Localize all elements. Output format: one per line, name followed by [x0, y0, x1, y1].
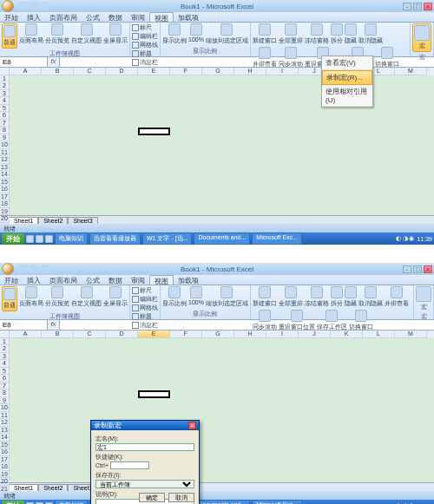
dropdown-item[interactable]: 查看宏(V): [322, 56, 372, 70]
row-header[interactable]: 4: [0, 97, 10, 105]
row-header[interactable]: 14: [0, 434, 10, 442]
column-header[interactable]: I: [266, 331, 299, 338]
qat-redo-icon[interactable]: [41, 265, 49, 273]
ribbon-checkbox[interactable]: 标尺: [132, 23, 158, 32]
row-header[interactable]: 13: [0, 427, 10, 435]
tab-5[interactable]: 审阅: [127, 12, 149, 22]
qat-undo-icon[interactable]: [30, 265, 38, 273]
tab-6[interactable]: 视图: [149, 275, 174, 285]
tab-4[interactable]: 数据: [104, 275, 127, 285]
taskbar-item[interactable]: 迅雷看看播放器: [89, 232, 141, 245]
ribbon-button[interactable]: 保存工作区: [317, 310, 347, 331]
row-header[interactable]: 20: [0, 478, 10, 486]
tray-icons[interactable]: ◐ ◑ ◉: [396, 235, 415, 242]
ribbon-button[interactable]: 取消隐藏: [358, 286, 383, 308]
qat-save-icon[interactable]: [18, 265, 27, 273]
tab-5[interactable]: 审阅: [127, 275, 149, 285]
qat-undo-icon[interactable]: [30, 2, 38, 10]
ribbon-button[interactable]: 缩放到选定区域: [206, 286, 248, 308]
row-header[interactable]: 9: [0, 134, 10, 142]
column-header[interactable]: B: [42, 68, 74, 75]
column-header[interactable]: A: [10, 331, 42, 338]
ribbon-checkbox[interactable]: 消息栏: [132, 58, 158, 67]
ribbon-button[interactable]: 全屏显示: [103, 286, 128, 308]
tab-7[interactable]: 加载项: [174, 12, 203, 22]
row-header[interactable]: 20: [0, 215, 10, 223]
ribbon-button[interactable]: 冻结窗格: [305, 286, 329, 308]
column-header[interactable]: E: [138, 331, 170, 338]
row-header[interactable]: 5: [0, 368, 10, 376]
ribbon-checkbox[interactable]: 网格线: [132, 304, 158, 312]
column-header[interactable]: F: [170, 68, 202, 75]
sheet-tab[interactable]: Sheet1: [9, 484, 38, 491]
taskbar-item[interactable]: Microsoft Exc...: [252, 232, 302, 245]
taskbar-item[interactable]: Documents and...: [194, 232, 250, 245]
column-header[interactable]: D: [106, 331, 138, 338]
ok-button[interactable]: 确定: [139, 493, 165, 502]
ribbon-button[interactable]: 新建窗口: [253, 286, 277, 308]
ribbon-button[interactable]: 全部重排: [279, 23, 303, 45]
row-header[interactable]: 17: [0, 193, 10, 201]
column-header[interactable]: D: [106, 68, 138, 75]
column-header[interactable]: A: [10, 68, 42, 75]
close-button[interactable]: ×: [424, 265, 432, 273]
tab-2[interactable]: 页面布局: [45, 12, 82, 22]
office-button[interactable]: [2, 263, 14, 275]
ribbon-button[interactable]: 切换窗口: [375, 47, 399, 69]
row-header[interactable]: 3: [0, 90, 10, 98]
office-button[interactable]: [2, 0, 14, 12]
ribbon-button[interactable]: 隐藏: [345, 23, 357, 45]
row-header[interactable]: 15: [0, 442, 10, 449]
row-header[interactable]: 3: [0, 353, 10, 361]
close-button[interactable]: ×: [424, 3, 432, 10]
ribbon-button[interactable]: 100%: [188, 286, 204, 305]
ribbon-button[interactable]: 自定义视图: [71, 23, 102, 45]
column-header[interactable]: H: [234, 68, 266, 75]
ribbon-button[interactable]: 切换窗口: [349, 310, 373, 331]
ribbon-button[interactable]: 拆分: [331, 23, 343, 45]
column-header[interactable]: M: [395, 68, 427, 75]
cells-area[interactable]: [10, 338, 434, 482]
qat-save-icon[interactable]: [18, 2, 27, 10]
row-header[interactable]: 19: [0, 208, 10, 216]
minimize-button[interactable]: -: [403, 265, 411, 273]
ribbon-button[interactable]: 普通: [2, 286, 17, 311]
sheet-tab[interactable]: Sheet3: [68, 217, 97, 224]
taskbar-item[interactable]: 电脑知识: [55, 232, 88, 245]
ribbon-button[interactable]: 并排查看: [253, 47, 277, 69]
ribbon-button[interactable]: 自定义视图: [71, 286, 102, 308]
tab-1[interactable]: 插入: [23, 275, 45, 285]
macros-button[interactable]: 宏: [412, 23, 431, 52]
row-header[interactable]: 18: [0, 463, 10, 471]
tab-2[interactable]: 页面布局: [45, 275, 82, 285]
tab-6[interactable]: 视图: [149, 12, 174, 22]
ribbon-button[interactable]: 显示比例: [162, 23, 187, 45]
tab-0[interactable]: 开始: [0, 275, 23, 285]
row-header[interactable]: 12: [0, 419, 10, 427]
ribbon-checkbox[interactable]: 标题: [132, 49, 158, 58]
row-header[interactable]: 10: [0, 141, 10, 149]
sheet-tab[interactable]: Sheet2: [38, 484, 68, 491]
ribbon-button[interactable]: 缩放到选定区域: [206, 23, 248, 45]
tab-1[interactable]: 插入: [23, 12, 45, 22]
ribbon-button[interactable]: 页面布局: [19, 286, 43, 308]
store-in-select[interactable]: 当前工作簿: [95, 480, 194, 488]
row-header[interactable]: 19: [0, 471, 10, 479]
ribbon-button[interactable]: 隐藏: [345, 286, 357, 308]
column-header[interactable]: G: [202, 331, 234, 338]
row-header[interactable]: 6: [0, 112, 10, 120]
ribbon-button[interactable]: 重设窗口位置: [279, 310, 315, 331]
tab-4[interactable]: 数据: [104, 12, 127, 22]
sheet-tab[interactable]: Sheet1: [9, 217, 38, 224]
row-header[interactable]: 8: [0, 389, 10, 397]
dropdown-item[interactable]: 使用相对引用(U): [322, 85, 372, 107]
cancel-button[interactable]: 取消: [168, 493, 194, 502]
ribbon-button[interactable]: 取消隐藏: [358, 23, 383, 45]
row-header[interactable]: 12: [0, 156, 10, 164]
clock[interactable]: 11:39: [417, 236, 432, 242]
ribbon-button[interactable]: 并排查看: [385, 286, 409, 308]
spreadsheet-grid[interactable]: 123456789101112131415161718192021 ABCDEF…: [0, 331, 434, 482]
row-header[interactable]: 18: [0, 200, 10, 208]
ribbon-checkbox[interactable]: 标尺: [132, 286, 158, 295]
column-header[interactable]: M: [395, 331, 427, 338]
